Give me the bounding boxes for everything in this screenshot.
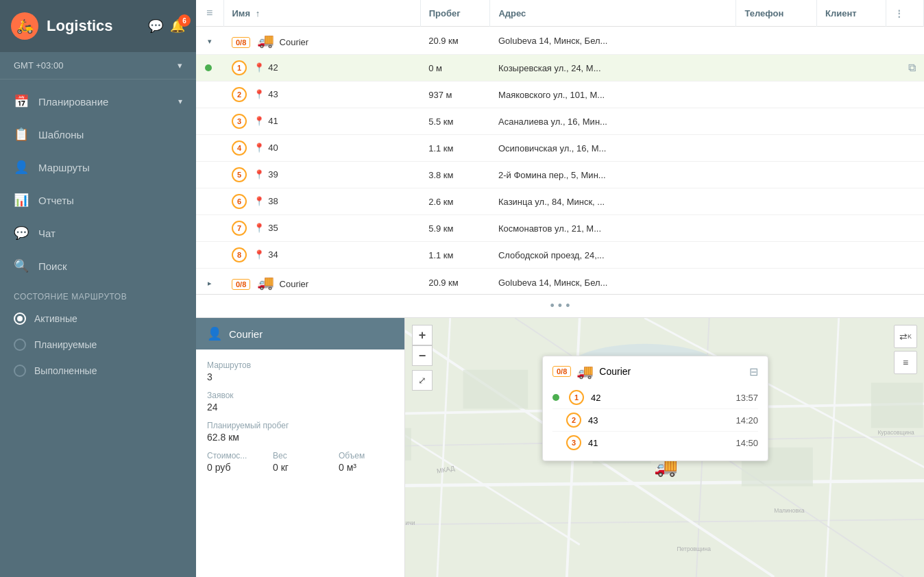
nav-item-chat[interactable]: 💬 Чат bbox=[0, 217, 196, 249]
stop-time-2: 14:20 bbox=[735, 415, 758, 426]
stop-indicator-cell bbox=[196, 188, 223, 215]
stop-address: Маяковского ул., 101, М... bbox=[490, 82, 736, 108]
radio-planned bbox=[14, 339, 26, 351]
status-planned[interactable]: Планируемые bbox=[0, 332, 196, 358]
th-address[interactable]: Адрес bbox=[490, 0, 736, 27]
location-icon: 📍 bbox=[254, 62, 265, 73]
nav-label-reports: Отчеты bbox=[38, 195, 182, 206]
stop-client bbox=[816, 135, 886, 162]
expand-map-button[interactable]: ⤢ bbox=[412, 370, 433, 391]
nav-label-planning: Планирование bbox=[38, 96, 169, 108]
nav-label-routes: Маршруты bbox=[38, 162, 182, 173]
empty-action-cell bbox=[886, 82, 924, 108]
nav-item-routes[interactable]: 👤 Маршруты bbox=[0, 151, 196, 184]
step-circle: 8 bbox=[232, 247, 247, 262]
courier-detail-panel: 👤 Courier Маршрутов 3 Заявок 24 Планируе… bbox=[196, 318, 405, 577]
stop-client bbox=[816, 162, 886, 188]
popup-stop-1: 1 42 13:57 bbox=[552, 386, 758, 409]
step-circle: 1 bbox=[232, 60, 247, 75]
status-completed[interactable]: Выполненные bbox=[0, 358, 196, 384]
stop-address: Космонавтов ул., 21, М... bbox=[490, 215, 736, 242]
nav-label-chat: Чат bbox=[38, 228, 182, 239]
th-name[interactable]: Имя ↑ bbox=[223, 0, 420, 27]
notifications-icon[interactable]: 🔔 6 bbox=[170, 19, 185, 34]
step-circle: 7 bbox=[232, 221, 247, 236]
nav-item-search[interactable]: 🔍 Поиск bbox=[0, 249, 196, 282]
svg-rect-15 bbox=[463, 370, 528, 409]
nav-item-templates[interactable]: 📋 Шаблоны bbox=[0, 118, 196, 151]
stop-address: Козыревская ул., 24, М... bbox=[490, 55, 736, 82]
svg-text:Малиновка: Малиновка bbox=[774, 507, 804, 514]
table-header-row: ≡ Имя ↑ Пробег Адрес Телефон Клиент ⋮ bbox=[196, 0, 924, 27]
courier-name-cell: 0/8 🚚 Courier bbox=[223, 27, 420, 55]
stop-address: Казинца ул., 84, Минск, ... bbox=[490, 188, 736, 215]
popup-badge: 0/8 bbox=[552, 366, 571, 377]
volume-value: 0 м³ bbox=[339, 462, 393, 473]
popup-collapse-button[interactable]: ⊟ bbox=[749, 365, 758, 378]
map-area: МКАД Малиновка Курасовщина Серова Петров… bbox=[405, 318, 924, 577]
stop-client bbox=[816, 55, 886, 82]
messages-icon[interactable]: 💬 bbox=[148, 19, 163, 34]
th-mileage[interactable]: Пробег bbox=[420, 0, 490, 27]
svg-text:Курасовщина: Курасовщина bbox=[877, 429, 914, 436]
routes-table-area: ≡ Имя ↑ Пробег Адрес Телефон Клиент ⋮ ▾ bbox=[196, 0, 924, 295]
stop-name-cell: 3 📍 41 bbox=[223, 108, 420, 135]
stop-id-2: 43 bbox=[588, 415, 598, 426]
map-layers-button[interactable]: ≡ bbox=[894, 351, 917, 374]
empty-action-cell bbox=[886, 242, 924, 269]
th-client[interactable]: Клиент bbox=[816, 0, 886, 27]
th-menu[interactable]: ≡ bbox=[196, 0, 223, 27]
copy-icon[interactable]: ⧉ bbox=[908, 62, 916, 74]
timezone-selector[interactable]: GMT +03:00 ▾ bbox=[0, 52, 196, 79]
zoom-out-button[interactable]: − bbox=[412, 345, 433, 366]
more-dots-icon: • • • bbox=[550, 299, 570, 312]
table-row: 1 📍 42 0 м Козыревская ул., 24, М... ⧉ bbox=[196, 55, 924, 82]
nav-item-planning[interactable]: 📅 Планирование ▾ bbox=[0, 85, 196, 118]
more-dots-row[interactable]: • • • bbox=[196, 295, 924, 318]
stop-client bbox=[816, 215, 886, 242]
mileage-label: Планируемый пробег bbox=[207, 421, 393, 430]
courier-panel-name: Courier bbox=[229, 328, 263, 340]
volume-label: Объем bbox=[339, 451, 393, 461]
active-stop-dot bbox=[205, 64, 212, 71]
planning-icon: 📅 bbox=[14, 94, 29, 109]
stop-time-3: 14:50 bbox=[735, 438, 758, 448]
stop-name-cell: 5 📍 39 bbox=[223, 162, 420, 188]
stop-name-cell: 7 📍 35 bbox=[223, 215, 420, 242]
stop-indicator-cell bbox=[196, 135, 223, 162]
stop-name-cell: 4 📍 40 bbox=[223, 135, 420, 162]
courier-address: Golubeva 14, Минск, Бел... bbox=[490, 269, 736, 295]
stop-client bbox=[816, 242, 886, 269]
collapse-button[interactable]: ▸ bbox=[205, 279, 215, 288]
orders-label: Заявок bbox=[207, 391, 393, 400]
empty-action-cell bbox=[886, 188, 924, 215]
volume-col: Объем 0 м³ bbox=[339, 451, 393, 481]
stop-address: Осиповичская ул., 16, М... bbox=[490, 135, 736, 162]
nav-item-reports[interactable]: 📊 Отчеты bbox=[0, 184, 196, 217]
orders-value: 24 bbox=[207, 402, 393, 413]
stop-phone bbox=[736, 162, 817, 188]
status-active[interactable]: Активные bbox=[0, 306, 196, 332]
table-row: 4 📍 40 1.1 км Осиповичская ул., 16, М... bbox=[196, 135, 924, 162]
weight-col: Вес 0 кг bbox=[273, 451, 328, 481]
stop-phone bbox=[736, 108, 817, 135]
stop-phone bbox=[736, 215, 817, 242]
th-phone[interactable]: Телефон bbox=[736, 0, 817, 27]
layer-toggle-button[interactable]: ⇄K bbox=[894, 325, 917, 348]
collapse-button[interactable]: ▾ bbox=[205, 37, 215, 46]
routes-table: ≡ Имя ↑ Пробег Адрес Телефон Клиент ⋮ ▾ bbox=[196, 0, 924, 295]
copy-cell: ⧉ bbox=[886, 55, 924, 82]
more-icon[interactable]: ⋮ bbox=[895, 8, 903, 19]
stop-client bbox=[816, 82, 886, 108]
map-layer-controls: ⇄K ≡ bbox=[894, 325, 917, 374]
empty-action-cell bbox=[886, 162, 924, 188]
table-row: ▾ 0/8 🚚 Courier 20.9 км Golubeva 14, Мин… bbox=[196, 27, 924, 55]
sidebar-header: 🛵 Logistics 💬 🔔 6 bbox=[0, 0, 196, 52]
radio-inner-active bbox=[17, 316, 23, 321]
app-logo: 🛵 bbox=[11, 12, 38, 40]
table-row: 6 📍 38 2.6 км Казинца ул., 84, Минск, ..… bbox=[196, 188, 924, 215]
table-row: ▸ 0/8 🚚 Courier 20.9 км Golubeva 14, Мин… bbox=[196, 269, 924, 295]
stop-indicator-cell bbox=[196, 215, 223, 242]
zoom-in-button[interactable]: + bbox=[412, 325, 433, 345]
chat-icon: 💬 bbox=[14, 225, 29, 241]
